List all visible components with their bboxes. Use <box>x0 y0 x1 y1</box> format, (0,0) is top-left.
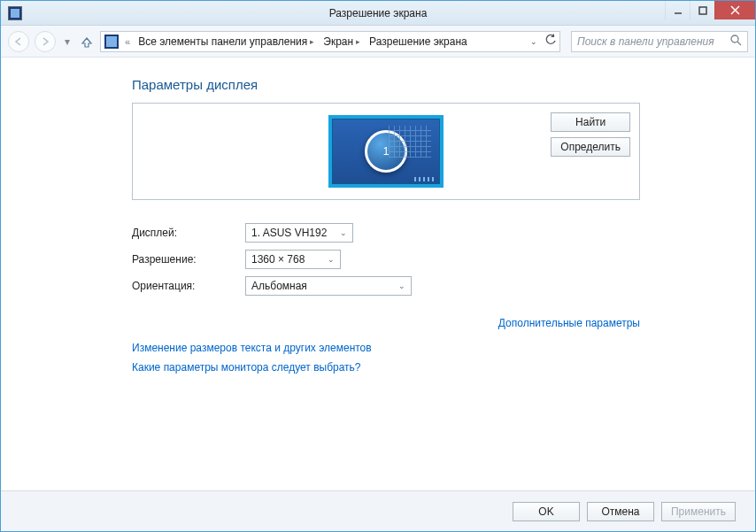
page-heading: Параметры дисплея <box>132 77 640 92</box>
window: Разрешение экрана ▾ « Все элементы панел… <box>0 0 756 532</box>
navbar: ▾ « Все элементы панели управления▸ Экра… <box>1 26 755 58</box>
search-input[interactable]: Поиск в панели управления <box>571 31 748 52</box>
select-value: Альбомная <box>251 280 307 292</box>
search-icon <box>730 35 742 49</box>
breadcrumb-label: Разрешение экрана <box>369 35 467 48</box>
resolution-label: Разрешение: <box>132 253 245 266</box>
refresh-button[interactable] <box>544 34 557 49</box>
breadcrumb-seg-1[interactable]: Все элементы панели управления▸ <box>135 35 318 48</box>
chevron-right-icon: ▸ <box>356 37 360 46</box>
breadcrumb-overflow[interactable]: « <box>122 36 133 47</box>
which-settings-link[interactable]: Какие параметры монитора следует выбрать… <box>132 361 640 374</box>
monitor-thumbnail[interactable]: 1 <box>328 115 444 188</box>
breadcrumb-label: Экран <box>323 35 353 48</box>
chevron-down-icon: ⌄ <box>340 228 347 237</box>
back-button[interactable] <box>8 31 29 52</box>
up-button[interactable] <box>79 34 95 50</box>
control-panel-icon <box>104 35 119 49</box>
breadcrumb[interactable]: « Все элементы панели управления▸ Экран▸… <box>100 31 560 52</box>
detect-button[interactable]: Найти <box>551 112 630 132</box>
breadcrumb-dropdown-icon[interactable]: ⌄ <box>530 37 537 46</box>
chevron-down-icon: ⌄ <box>328 255 335 264</box>
svg-rect-1 <box>699 7 706 14</box>
app-icon <box>8 6 22 20</box>
display-preview: 1 Найти Определить <box>132 103 640 200</box>
breadcrumb-seg-2[interactable]: Экран▸ <box>320 35 364 48</box>
titlebar: Разрешение экрана <box>1 1 755 26</box>
chevron-right-icon: ▸ <box>310 37 314 46</box>
select-value: 1. ASUS VH192 <box>251 227 327 239</box>
cancel-button[interactable]: Отмена <box>587 502 654 521</box>
forward-button[interactable] <box>35 31 56 52</box>
breadcrumb-seg-3[interactable]: Разрешение экрана <box>366 35 471 48</box>
select-value: 1360 × 768 <box>251 253 305 266</box>
content: Параметры дисплея 1 Найти Определить Дис… <box>1 58 755 490</box>
close-button[interactable] <box>714 1 755 19</box>
search-placeholder: Поиск в панели управления <box>577 35 714 48</box>
apply-button[interactable]: Применить <box>661 502 736 521</box>
resolution-select[interactable]: 1360 × 768 ⌄ <box>245 250 341 269</box>
maximize-button[interactable] <box>690 1 714 19</box>
identify-button[interactable]: Определить <box>551 137 630 157</box>
chevron-down-icon: ⌄ <box>398 281 405 290</box>
svg-line-5 <box>737 42 741 45</box>
advanced-settings-link[interactable]: Дополнительные параметры <box>498 317 640 329</box>
window-title: Разрешение экрана <box>329 7 428 19</box>
svg-point-4 <box>731 35 738 42</box>
orientation-label: Ориентация: <box>132 280 245 292</box>
resize-text-link[interactable]: Изменение размеров текста и других элеме… <box>132 342 640 354</box>
footer: OK Отмена Применить <box>1 490 755 531</box>
display-form: Дисплей: 1. ASUS VH192 ⌄ Разрешение: 136… <box>132 220 640 299</box>
history-dropdown-icon[interactable]: ▾ <box>61 35 73 48</box>
display-select[interactable]: 1. ASUS VH192 ⌄ <box>245 223 353 243</box>
monitor-grid-icon <box>389 126 431 158</box>
breadcrumb-label: Все элементы панели управления <box>138 35 307 48</box>
ok-button[interactable]: OK <box>513 502 580 521</box>
window-buttons <box>665 1 755 19</box>
display-label: Дисплей: <box>132 227 245 239</box>
minimize-button[interactable] <box>665 1 690 19</box>
orientation-select[interactable]: Альбомная ⌄ <box>245 276 412 296</box>
